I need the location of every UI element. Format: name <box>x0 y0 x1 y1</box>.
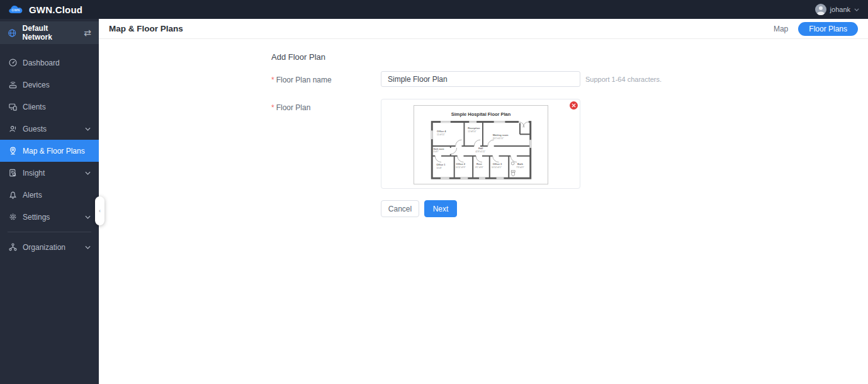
svg-text:Waiting room: Waiting room <box>493 133 509 137</box>
svg-text:Office 1: Office 1 <box>436 163 446 166</box>
page-title: Map & Floor Plans <box>109 24 183 33</box>
required-marker: * <box>271 76 274 84</box>
gear-icon <box>8 212 18 222</box>
sidebar-item-label: Devices <box>23 81 50 89</box>
clients-icon <box>8 102 18 111</box>
chevron-down-icon <box>85 171 91 175</box>
floor-plan-preview: Simple Hospital Floor Plan <box>381 99 580 189</box>
floor-plan-label: *Floor Plan <box>271 103 310 112</box>
sidebar-item-label: Map & Floor Plans <box>23 147 85 155</box>
network-name: Default Network <box>23 24 79 42</box>
gwn-cloud-logo-icon: GWN <box>8 4 25 15</box>
chevron-down-icon <box>85 127 91 131</box>
close-icon <box>572 103 576 108</box>
svg-text:12'x8'10": 12'x8'10" <box>468 130 476 133</box>
sidebar-item-devices[interactable]: Devices <box>0 74 99 96</box>
sidebar-divider <box>8 232 91 232</box>
required-marker: * <box>271 103 274 112</box>
floor-plan-name-label: *Floor Plan name <box>271 76 332 84</box>
sidebar-item-map-floor-plans[interactable]: Map & Floor Plans <box>0 140 99 162</box>
svg-text:8'1"x9'8": 8'1"x9'8" <box>475 166 484 169</box>
sidebar-item-label: Alerts <box>23 191 42 200</box>
form-title: Add Floor Plan <box>271 52 325 62</box>
svg-text:10'11"x9'9": 10'11"x9'9" <box>456 166 466 169</box>
name-hint: Support 1-64 characters. <box>585 76 662 83</box>
sidebar-item-guests[interactable]: Guests <box>0 118 99 140</box>
globe-icon <box>8 28 17 38</box>
cancel-button[interactable]: Cancel <box>381 200 419 217</box>
map-view-link[interactable]: Map <box>774 25 788 33</box>
add-floor-plan-form: Add Floor Plan *Floor Plan name Support … <box>99 39 868 384</box>
svg-text:11'x9'11": 11'x9'11" <box>437 133 446 136</box>
sidebar-item-label: Insight <box>23 169 45 178</box>
collapse-icon: ‹ <box>99 208 101 214</box>
sidebar-item-alerts[interactable]: Alerts <box>0 184 99 206</box>
svg-text:Hall: Hall <box>478 147 483 150</box>
username: johank <box>830 6 850 13</box>
insight-icon <box>8 168 18 178</box>
view-toggle: Map Floor Plans <box>774 22 858 36</box>
svg-text:Reception: Reception <box>468 127 480 130</box>
organization-icon <box>8 242 18 252</box>
floor-plan-image: Simple Hospital Floor Plan <box>414 105 548 184</box>
sidebar-item-label: Dashboard <box>23 59 60 67</box>
avatar <box>815 4 826 15</box>
page-header: Map & Floor Plans Map Floor Plans <box>99 19 868 39</box>
chevron-down-icon <box>85 215 91 219</box>
sidebar: Default Network ⇄ Dashboard Devices Clie… <box>0 19 99 384</box>
sidebar-item-label: Guests <box>23 125 47 133</box>
sidebar-item-clients[interactable]: Clients <box>0 96 99 118</box>
svg-text:42'8"x5'11": 42'8"x5'11" <box>475 150 486 153</box>
floor-plans-view-button[interactable]: Floor Plans <box>798 22 858 36</box>
floor-plan-name-input[interactable] <box>381 71 580 87</box>
bell-icon <box>8 190 18 200</box>
dashboard-icon <box>8 58 18 67</box>
sidebar-item-organization[interactable]: Organization <box>0 236 99 258</box>
sidebar-item-dashboard[interactable]: Dashboard <box>0 52 99 74</box>
remove-image-button[interactable] <box>570 101 578 110</box>
sidebar-item-label: Settings <box>23 213 50 222</box>
sidebar-item-label: Organization <box>23 243 65 252</box>
svg-text:6'x9'7": 6'x9'7" <box>434 150 439 153</box>
svg-text:Bath: Bath <box>517 162 523 166</box>
network-selector[interactable]: Default Network ⇄ <box>0 21 99 44</box>
devices-icon <box>8 80 18 89</box>
sidebar-item-label: Clients <box>23 103 46 111</box>
svg-text:10'x8': 10'x8' <box>436 167 442 169</box>
chevron-down-icon <box>854 8 859 11</box>
next-button[interactable]: Next <box>424 200 457 217</box>
brand-title: GWN.Cloud <box>29 4 82 15</box>
svg-text:Office 3: Office 3 <box>493 162 502 166</box>
switch-network-icon[interactable]: ⇄ <box>84 28 91 38</box>
svg-text:Rest: Rest <box>476 162 482 166</box>
user-menu[interactable]: johank <box>815 4 859 15</box>
topbar: GWN GWN.Cloud johank <box>0 0 868 19</box>
sidebar-menu: Dashboard Devices Clients Guests <box>0 52 99 258</box>
svg-text:10'10"x9'1": 10'10"x9'1" <box>492 166 502 169</box>
floor-plan-title: Simple Hospital Floor Plan <box>451 111 511 117</box>
sidebar-item-insight[interactable]: Insight <box>0 162 99 184</box>
svg-text:Office 4: Office 4 <box>437 130 446 133</box>
logo-text: GWN <box>11 8 20 12</box>
map-pin-icon <box>8 146 18 155</box>
guests-icon <box>8 124 18 133</box>
svg-text:20'1"x11'11": 20'1"x11'11" <box>493 137 505 140</box>
sidebar-collapse-handle[interactable]: ‹ <box>95 196 104 225</box>
svg-text:7'8"x6'9": 7'8"x6'9" <box>516 166 525 169</box>
chevron-down-icon <box>85 246 91 249</box>
sidebar-item-settings[interactable]: Settings <box>0 206 99 228</box>
svg-text:Office 2: Office 2 <box>456 162 466 166</box>
